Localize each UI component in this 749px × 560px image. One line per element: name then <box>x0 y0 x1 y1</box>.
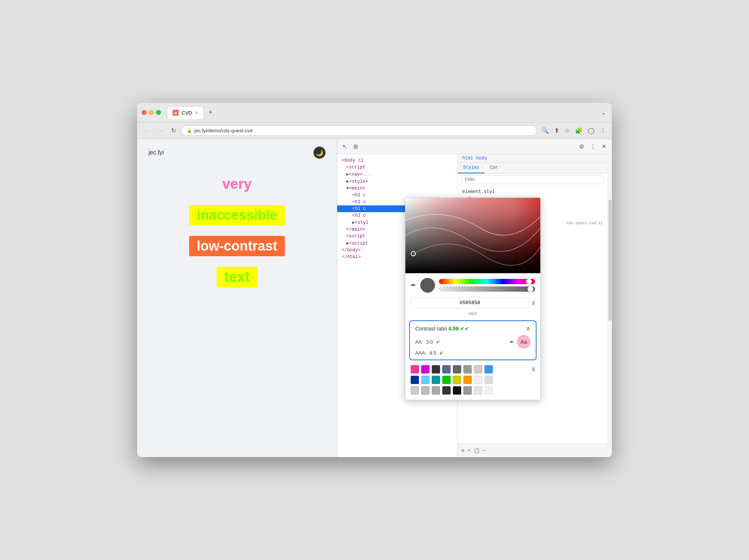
swatch-orange[interactable] <box>463 376 472 384</box>
device-mode-icon[interactable]: ⊞ <box>352 142 360 151</box>
swatch-gray5[interactable] <box>463 386 472 395</box>
color-gradient[interactable] <box>405 198 540 273</box>
devtools-toolbar: ↖ ⊞ ⚙ ⋮ ✕ <box>337 139 612 154</box>
new-tab-button[interactable]: + <box>205 107 216 118</box>
tree-line[interactable]: <script <box>337 164 457 171</box>
expand-icon[interactable]: ↔ <box>483 448 486 453</box>
breadcrumb: html body <box>458 154 607 163</box>
inspector-icon[interactable]: ↖ <box>341 142 349 151</box>
search-icon[interactable]: 🔍 <box>540 125 550 136</box>
filter-icon[interactable]: ⊘ <box>462 448 465 454</box>
profile-icon[interactable]: ◯ <box>586 125 596 136</box>
aa-check: ✔ <box>436 339 440 345</box>
swatch-checker1[interactable] <box>474 386 482 395</box>
minimize-window-button[interactable] <box>149 110 154 115</box>
color-picker-popup: ✒ <box>405 197 541 400</box>
contrast-title: Contrast ratio 4.59 ✔✔ <box>415 326 469 332</box>
share-icon[interactable]: ⬆ <box>553 125 561 136</box>
contrast-aaa-row: AAA: 4.5 ✔ <box>415 350 530 356</box>
extension-icon[interactable]: 🧩 <box>573 125 584 136</box>
scrollbar-thumb[interactable] <box>608 200 611 321</box>
contrast-collapse-button[interactable]: ∧ <box>526 325 530 332</box>
swatch-slate[interactable] <box>442 365 451 373</box>
hex-label: HEX <box>405 311 540 319</box>
alpha-thumb[interactable] <box>527 286 533 292</box>
swatch-light-gray[interactable] <box>474 365 482 373</box>
bookmark-icon[interactable]: ☆ <box>563 125 571 136</box>
url-bar[interactable]: 🔒 jec.fyi/demo/cds-quest-cvd <box>181 125 537 136</box>
tree-line[interactable]: ▶<style> <box>337 178 457 185</box>
address-bar: ← → ↻ 🔒 jec.fyi/demo/cds-quest-cvd 🔍 ⬆ ☆… <box>137 122 612 139</box>
swatch-gray3[interactable] <box>421 386 430 395</box>
dark-mode-button[interactable]: 🌙 <box>313 147 326 159</box>
more-options-icon[interactable]: ⋮ <box>588 142 597 151</box>
down-arrow-icon <box>532 303 535 305</box>
color-swatches <box>405 362 540 400</box>
contrast-aa-row: AA: 3.0 ✔ ✒ Aa <box>415 335 530 349</box>
alpha-slider[interactable] <box>439 286 535 292</box>
page-header: jec.fyi 🌙 <box>148 147 326 159</box>
traffic-lights <box>142 110 161 115</box>
hex-input[interactable] <box>411 297 529 308</box>
tree-line[interactable]: ▶<nav>... <box>337 171 457 178</box>
swatch-row-1 <box>411 365 535 373</box>
hex-spinner[interactable] <box>532 301 535 305</box>
contrast-panel: Contrast ratio 4.59 ✔✔ ∧ AA: 3.0 ✔ ✒ <box>409 320 537 360</box>
swatch-scroll-up[interactable] <box>532 367 535 372</box>
close-window-button[interactable] <box>142 110 147 115</box>
swatch-green[interactable] <box>442 376 451 384</box>
swatch-off-white[interactable] <box>485 376 493 384</box>
tab-close-button[interactable]: ✕ <box>195 110 198 115</box>
active-tab[interactable]: ◉ CVD ✕ <box>167 106 204 119</box>
tree-line[interactable]: ▼<main> <box>337 185 457 192</box>
demo-item-text: text <box>217 267 257 288</box>
forward-button[interactable]: → <box>155 126 166 136</box>
demo-item-very: very <box>215 174 259 194</box>
hue-slider[interactable] <box>439 279 535 284</box>
swatch-light-blue[interactable] <box>421 376 430 384</box>
swatch-near-black[interactable] <box>453 386 461 395</box>
styles-filter-input[interactable] <box>462 175 604 184</box>
maximize-window-button[interactable] <box>156 110 161 115</box>
tab-styles[interactable]: Styles <box>458 163 485 173</box>
swatch-teal[interactable] <box>432 376 440 384</box>
color-sliders <box>439 279 535 292</box>
swatch-gray4[interactable] <box>432 386 440 395</box>
element-style-selector: element.styl <box>462 188 603 196</box>
swatch-gray[interactable] <box>453 365 461 373</box>
swatch-blue[interactable] <box>485 365 493 373</box>
settings-icon[interactable]: ⚙ <box>578 142 585 151</box>
swatch-gray2[interactable] <box>411 386 419 395</box>
breadcrumb-html[interactable]: html <box>462 156 473 161</box>
contrast-checkmarks: ✔✔ <box>460 326 469 332</box>
tree-line[interactable]: <body cl <box>337 157 457 164</box>
add-style-icon[interactable]: + <box>468 448 471 453</box>
color-preview-circle <box>420 278 435 293</box>
swatch-dark-blue[interactable] <box>411 376 419 384</box>
swatch-checker2[interactable] <box>485 386 493 395</box>
swatch-charcoal[interactable] <box>442 386 451 395</box>
swatch-mid-gray[interactable] <box>463 365 472 373</box>
demo-item-low-contrast: low-contrast <box>189 236 285 256</box>
devtools-scrollbar[interactable] <box>607 154 612 457</box>
close-devtools-button[interactable]: ✕ <box>600 142 608 151</box>
back-button[interactable]: ← <box>142 126 152 136</box>
gradient-cursor <box>411 251 416 256</box>
swatch-yellow[interactable] <box>453 376 461 384</box>
breadcrumb-body[interactable]: body <box>476 156 487 161</box>
inspect-icon[interactable]: 📋 <box>474 448 480 454</box>
hue-thumb[interactable] <box>526 278 532 285</box>
page-content: jec.fyi 🌙 very inaccessible low-contrast… <box>137 139 337 457</box>
eyedropper-button[interactable]: ✒ <box>411 281 416 289</box>
menu-icon[interactable]: ⋮ <box>598 125 607 136</box>
refresh-button[interactable]: ↻ <box>169 125 178 136</box>
swatch-near-white[interactable] <box>474 376 482 384</box>
tab-menu-button[interactable]: ⌄ <box>599 107 607 118</box>
swatch-dark[interactable] <box>432 365 440 373</box>
swatch-magenta[interactable] <box>421 365 430 373</box>
eyedropper-contrast-icon[interactable]: ✒ <box>510 339 514 345</box>
aa-label: AA: <box>415 339 423 345</box>
tab-computed[interactable]: Cor <box>485 163 503 173</box>
swatch-row-3 <box>411 386 535 395</box>
swatch-pink[interactable] <box>411 365 419 373</box>
